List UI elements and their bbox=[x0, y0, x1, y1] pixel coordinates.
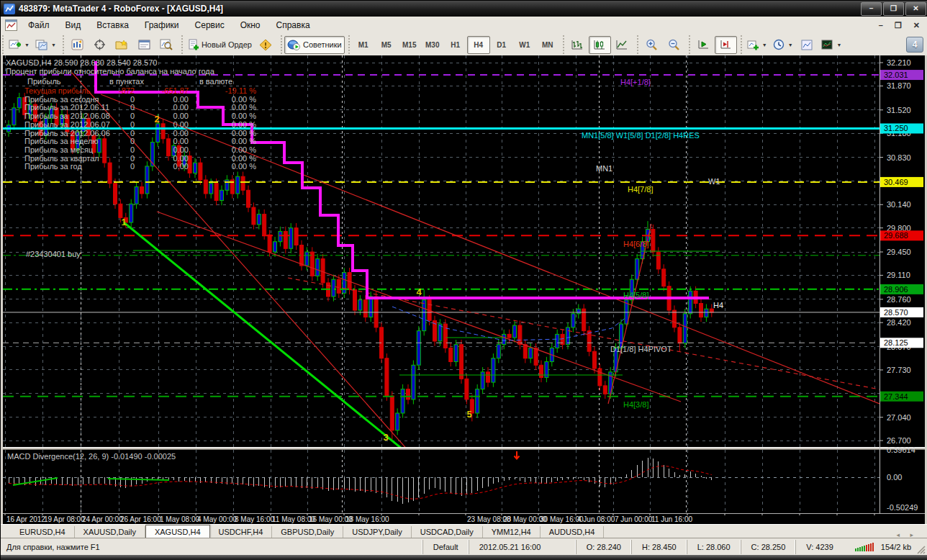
child-restore-button[interactable]: ❐ bbox=[892, 21, 904, 30]
data-window-button[interactable] bbox=[89, 36, 111, 54]
chart-window-icon bbox=[5, 19, 17, 31]
timeframe-button-m15[interactable]: M15 bbox=[398, 36, 421, 54]
svg-text:28.570: 28.570 bbox=[884, 308, 908, 317]
wave-label-3: 3 bbox=[383, 432, 388, 443]
svg-text:0.00: 0.00 bbox=[173, 103, 189, 112]
dropdown-arrow-icon: ▼ bbox=[24, 42, 30, 48]
macd-axis-label: -0.50249 bbox=[887, 503, 918, 512]
new-order-button[interactable]: Новый Ордер bbox=[185, 36, 255, 54]
price-tick-label: 30.830 bbox=[887, 153, 911, 162]
pane-divider[interactable] bbox=[3, 447, 925, 450]
timeframe-button-m5[interactable]: M5 bbox=[375, 36, 398, 54]
new-chart-icon bbox=[9, 39, 22, 50]
tab-eurusd-h4[interactable]: EURUSD,H4 bbox=[11, 526, 75, 538]
period-mini-button[interactable] bbox=[796, 36, 818, 54]
chart-shift-button[interactable] bbox=[715, 36, 737, 54]
warning-diamond-icon bbox=[259, 39, 272, 51]
svg-text:0: 0 bbox=[130, 112, 135, 120]
auto-scroll-button[interactable] bbox=[692, 36, 715, 54]
timeframe-button-mn[interactable]: MN bbox=[536, 36, 559, 54]
time-tick-label: 4 May 00:00 bbox=[197, 515, 237, 523]
timeframe-button-m30[interactable]: M30 bbox=[421, 36, 444, 54]
advisors-button[interactable]: Советники bbox=[284, 36, 345, 54]
tab-usdjpy-daily[interactable]: USDJPY,Daily bbox=[343, 526, 412, 538]
maximize-button[interactable]: ❐ bbox=[883, 2, 904, 16]
menu-item-справка[interactable]: Справка bbox=[268, 18, 318, 32]
market-watch-icon bbox=[71, 39, 83, 50]
status-segment-3: H: 28.450 bbox=[631, 540, 687, 554]
alerts-button[interactable] bbox=[255, 36, 277, 54]
svg-text:0.00 %: 0.00 % bbox=[232, 129, 256, 137]
svg-text:0.00: 0.00 bbox=[173, 120, 189, 129]
menu-item-графики[interactable]: Графики bbox=[137, 18, 187, 32]
wave-label-5: 5 bbox=[466, 409, 471, 420]
title-bar[interactable]: 483879: MetaTrader 4 - RoboForex - [XAGU… bbox=[1, 1, 927, 17]
menu-item-окно[interactable]: Окно bbox=[232, 18, 268, 32]
strategy-tester-button[interactable] bbox=[155, 36, 178, 54]
window-bottom-edge bbox=[1, 555, 927, 560]
tab-audusd-h4[interactable]: AUDUSD,H4 bbox=[541, 526, 605, 538]
zoom-in-button[interactable] bbox=[641, 36, 663, 54]
timeframe-button-d1[interactable]: D1 bbox=[490, 36, 513, 54]
svg-text:29.688: 29.688 bbox=[884, 231, 908, 240]
timeframe-button-h1[interactable]: H1 bbox=[444, 36, 467, 54]
advisors-label: Советники bbox=[303, 40, 342, 49]
level-label: #23430401 buy bbox=[26, 250, 81, 258]
svg-text:0.00: 0.00 bbox=[173, 145, 189, 154]
tab-xauusd-daily[interactable]: XAUUSD,Daily bbox=[75, 526, 145, 538]
time-tick-label: 19 Apr 08:00 bbox=[44, 515, 85, 523]
time-axis[interactable]: 16 Apr 201219 Apr 08:0024 Apr 00:0026 Ap… bbox=[3, 513, 925, 524]
indicators-button[interactable]: ▼ bbox=[744, 36, 770, 54]
resize-grip[interactable] bbox=[915, 544, 926, 554]
macd-axis-label: 0.00 bbox=[887, 473, 902, 482]
status-segment-4: L: 28.060 bbox=[687, 540, 741, 554]
terminal-button[interactable] bbox=[133, 36, 155, 54]
chart-tabs-bar: EURUSD,H4XAUUSD,DailyXAGUSD,H4USDCHF,H4G… bbox=[1, 524, 927, 538]
profiles-button[interactable]: ▼ bbox=[32, 36, 59, 54]
tab-usdcad-daily[interactable]: USDCAD,Daily bbox=[412, 526, 483, 538]
mini-chart-icon bbox=[801, 40, 813, 50]
status-segment-5: C: 28.250 bbox=[741, 540, 796, 554]
menu-item-сервис[interactable]: Сервис bbox=[187, 18, 232, 32]
templates-button[interactable]: ▼ bbox=[818, 36, 845, 54]
price-chart-canvas[interactable]: 12345H4[+1/8]MN1[5/8] W1[5/8] D1[2/8] H4… bbox=[3, 55, 925, 524]
profit-row-label: Прибыль за 2012.06.07 bbox=[24, 120, 110, 129]
price-tick-label: 28.760 bbox=[887, 295, 911, 304]
toolbar-group-advisors: Советники bbox=[281, 35, 347, 54]
tab-xagusd-h4[interactable]: XAGUSD,H4 bbox=[145, 525, 210, 538]
notification-badge[interactable]: 4 bbox=[906, 37, 923, 53]
time-tick-label: 16 Apr 2012 bbox=[6, 515, 45, 523]
line-chart-type-button[interactable] bbox=[611, 36, 633, 54]
timeframe-button-w1[interactable]: W1 bbox=[513, 36, 536, 54]
minimize-button[interactable]: – bbox=[861, 2, 882, 16]
navigator-button[interactable] bbox=[111, 36, 133, 54]
tab-gbpusd-daily[interactable]: GBPUSD,Daily bbox=[272, 526, 343, 538]
child-close-button[interactable]: ✕ bbox=[911, 21, 922, 30]
svg-text:0.00: 0.00 bbox=[173, 162, 189, 171]
connection-signal-icon bbox=[844, 543, 881, 551]
svg-text:0.00 %: 0.00 % bbox=[232, 137, 256, 145]
timeframe-button-h4[interactable]: H4 bbox=[467, 36, 490, 54]
candlestick-type-button[interactable] bbox=[589, 36, 611, 54]
menu-item-файл[interactable]: Файл bbox=[20, 18, 58, 32]
tab-ymm12-h4[interactable]: YMM12,H4 bbox=[483, 526, 541, 538]
new-chart-button[interactable]: ▼ bbox=[6, 36, 32, 54]
toolbar-group-charttype bbox=[563, 35, 636, 54]
svg-text:-872: -872 bbox=[119, 86, 135, 95]
menu-item-вид[interactable]: Вид bbox=[58, 18, 89, 32]
zoom-out-button[interactable] bbox=[663, 36, 685, 54]
close-button[interactable]: ✕ bbox=[905, 2, 926, 16]
child-minimize-button[interactable]: – bbox=[877, 21, 885, 30]
tab-usdchf-h4[interactable]: USDCHF,H4 bbox=[210, 526, 273, 538]
symbol-ohlc-line: XAGUSD,H4 28.590 28.630 28.540 28.570 bbox=[6, 58, 157, 67]
dropdown-arrow-icon: ▼ bbox=[788, 42, 793, 48]
svg-text:30.469: 30.469 bbox=[884, 178, 908, 186]
timeframe-button-m1[interactable]: M1 bbox=[352, 36, 375, 54]
periods-button[interactable]: ▼ bbox=[770, 36, 796, 54]
menu-item-вставка[interactable]: Вставка bbox=[89, 18, 137, 32]
bar-chart-type-button[interactable] bbox=[566, 36, 589, 54]
market-watch-button[interactable] bbox=[66, 36, 89, 54]
level-label: H4[7/8] bbox=[628, 185, 653, 194]
status-segment-2: O: 28.240 bbox=[576, 540, 631, 554]
svg-text:0.00: 0.00 bbox=[173, 154, 189, 163]
